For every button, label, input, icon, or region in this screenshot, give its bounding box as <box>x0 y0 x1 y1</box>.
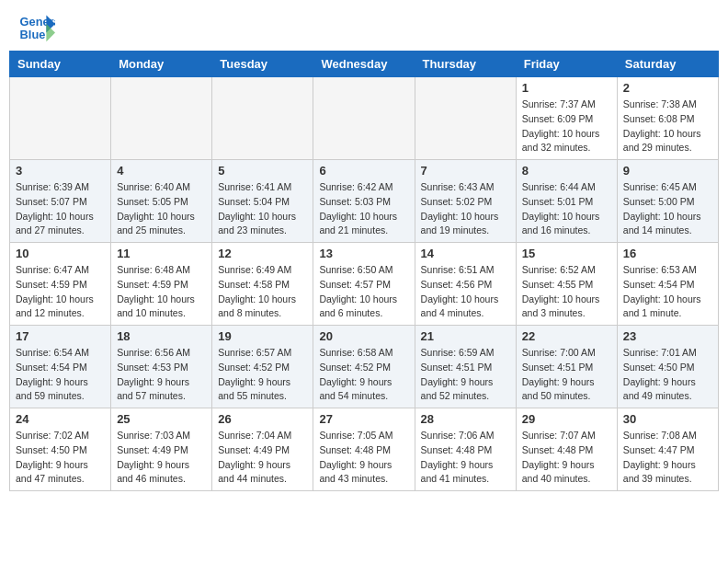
calendar-cell: 8Sunrise: 6:44 AM Sunset: 5:01 PM Daylig… <box>516 160 617 243</box>
calendar-cell: 23Sunrise: 7:01 AM Sunset: 4:50 PM Dayli… <box>617 326 718 408</box>
calendar-cell: 19Sunrise: 6:57 AM Sunset: 4:52 PM Dayli… <box>212 326 313 408</box>
weekday-header-thursday: Thursday <box>415 52 516 77</box>
day-number: 17 <box>16 329 105 343</box>
calendar-cell: 7Sunrise: 6:43 AM Sunset: 5:02 PM Daylig… <box>415 160 516 243</box>
day-info: Sunrise: 6:50 AM Sunset: 4:57 PM Dayligh… <box>319 263 408 321</box>
day-info: Sunrise: 6:47 AM Sunset: 4:59 PM Dayligh… <box>16 263 105 321</box>
calendar-table: SundayMondayTuesdayWednesdayThursdayFrid… <box>9 51 719 491</box>
weekday-header-row: SundayMondayTuesdayWednesdayThursdayFrid… <box>10 52 719 77</box>
day-info: Sunrise: 7:04 AM Sunset: 4:49 PM Dayligh… <box>218 429 307 487</box>
day-number: 14 <box>421 247 510 260</box>
logo: General Blue <box>18 9 59 46</box>
day-number: 12 <box>218 247 307 260</box>
day-info: Sunrise: 6:39 AM Sunset: 5:07 PM Dayligh… <box>16 180 105 238</box>
day-info: Sunrise: 6:52 AM Sunset: 4:55 PM Dayligh… <box>522 263 611 321</box>
calendar-cell: 1Sunrise: 7:37 AM Sunset: 6:09 PM Daylig… <box>516 77 617 160</box>
day-number: 27 <box>319 412 408 426</box>
day-info: Sunrise: 6:43 AM Sunset: 5:02 PM Dayligh… <box>421 180 510 238</box>
calendar-cell: 21Sunrise: 6:59 AM Sunset: 4:51 PM Dayli… <box>415 326 516 408</box>
day-number: 26 <box>218 412 307 426</box>
day-number: 9 <box>623 164 712 178</box>
calendar-cell: 27Sunrise: 7:05 AM Sunset: 4:48 PM Dayli… <box>313 408 415 491</box>
weekday-header-friday: Friday <box>516 52 617 77</box>
calendar-cell: 29Sunrise: 7:07 AM Sunset: 4:48 PM Dayli… <box>516 408 617 491</box>
calendar-cell: 25Sunrise: 7:03 AM Sunset: 4:49 PM Dayli… <box>111 408 212 491</box>
day-info: Sunrise: 6:42 AM Sunset: 5:03 PM Dayligh… <box>319 180 408 238</box>
day-info: Sunrise: 7:01 AM Sunset: 4:50 PM Dayligh… <box>623 346 712 404</box>
day-info: Sunrise: 7:37 AM Sunset: 6:09 PM Dayligh… <box>522 98 611 155</box>
day-info: Sunrise: 7:05 AM Sunset: 4:48 PM Dayligh… <box>319 429 408 487</box>
calendar-cell: 16Sunrise: 6:53 AM Sunset: 4:54 PM Dayli… <box>617 243 718 326</box>
day-info: Sunrise: 7:38 AM Sunset: 6:08 PM Dayligh… <box>623 98 712 155</box>
calendar-cell: 28Sunrise: 7:06 AM Sunset: 4:48 PM Dayli… <box>415 408 516 491</box>
calendar-cell: 24Sunrise: 7:02 AM Sunset: 4:50 PM Dayli… <box>10 408 111 491</box>
calendar-cell: 10Sunrise: 6:47 AM Sunset: 4:59 PM Dayli… <box>10 243 111 326</box>
day-number: 24 <box>16 412 105 426</box>
day-number: 20 <box>319 329 408 343</box>
day-number: 28 <box>421 412 510 426</box>
day-info: Sunrise: 6:53 AM Sunset: 4:54 PM Dayligh… <box>623 263 712 321</box>
weekday-header-tuesday: Tuesday <box>212 52 313 77</box>
day-info: Sunrise: 7:02 AM Sunset: 4:50 PM Dayligh… <box>16 429 105 487</box>
calendar-cell: 22Sunrise: 7:00 AM Sunset: 4:51 PM Dayli… <box>516 326 617 408</box>
calendar-cell: 14Sunrise: 6:51 AM Sunset: 4:56 PM Dayli… <box>415 243 516 326</box>
day-number: 4 <box>117 164 206 178</box>
day-number: 3 <box>16 164 105 178</box>
logo-icon: General Blue <box>18 9 55 46</box>
day-number: 25 <box>117 412 206 426</box>
day-info: Sunrise: 6:54 AM Sunset: 4:54 PM Dayligh… <box>16 346 105 404</box>
calendar-cell <box>111 77 212 160</box>
day-info: Sunrise: 6:56 AM Sunset: 4:53 PM Dayligh… <box>117 346 206 404</box>
day-info: Sunrise: 6:44 AM Sunset: 5:01 PM Dayligh… <box>522 180 611 238</box>
day-info: Sunrise: 6:48 AM Sunset: 4:59 PM Dayligh… <box>117 263 206 321</box>
day-number: 23 <box>623 329 712 343</box>
calendar-body: 1Sunrise: 7:37 AM Sunset: 6:09 PM Daylig… <box>10 77 719 491</box>
calendar-cell <box>313 77 415 160</box>
calendar-cell: 26Sunrise: 7:04 AM Sunset: 4:49 PM Dayli… <box>212 408 313 491</box>
calendar-cell: 17Sunrise: 6:54 AM Sunset: 4:54 PM Dayli… <box>10 326 111 408</box>
calendar-week-2: 3Sunrise: 6:39 AM Sunset: 5:07 PM Daylig… <box>10 160 719 243</box>
weekday-header-wednesday: Wednesday <box>313 52 415 77</box>
day-number: 19 <box>218 329 307 343</box>
day-number: 6 <box>319 164 408 178</box>
day-number: 11 <box>117 247 206 260</box>
day-info: Sunrise: 6:45 AM Sunset: 5:00 PM Dayligh… <box>623 180 712 238</box>
day-number: 16 <box>623 247 712 260</box>
calendar-cell: 5Sunrise: 6:41 AM Sunset: 5:04 PM Daylig… <box>212 160 313 243</box>
day-info: Sunrise: 6:59 AM Sunset: 4:51 PM Dayligh… <box>421 346 510 404</box>
day-number: 29 <box>522 412 611 426</box>
weekday-header-saturday: Saturday <box>617 52 718 77</box>
calendar-cell: 15Sunrise: 6:52 AM Sunset: 4:55 PM Dayli… <box>516 243 617 326</box>
calendar-cell: 3Sunrise: 6:39 AM Sunset: 5:07 PM Daylig… <box>10 160 111 243</box>
day-info: Sunrise: 7:00 AM Sunset: 4:51 PM Dayligh… <box>522 346 611 404</box>
day-info: Sunrise: 7:08 AM Sunset: 4:47 PM Dayligh… <box>623 429 712 487</box>
calendar-cell: 12Sunrise: 6:49 AM Sunset: 4:58 PM Dayli… <box>212 243 313 326</box>
calendar-cell: 2Sunrise: 7:38 AM Sunset: 6:08 PM Daylig… <box>617 77 718 160</box>
day-number: 22 <box>522 329 611 343</box>
day-info: Sunrise: 6:49 AM Sunset: 4:58 PM Dayligh… <box>218 263 307 321</box>
day-number: 1 <box>522 81 611 95</box>
calendar-cell <box>212 77 313 160</box>
day-info: Sunrise: 6:58 AM Sunset: 4:52 PM Dayligh… <box>319 346 408 404</box>
calendar-cell: 4Sunrise: 6:40 AM Sunset: 5:05 PM Daylig… <box>111 160 212 243</box>
calendar-week-5: 24Sunrise: 7:02 AM Sunset: 4:50 PM Dayli… <box>10 408 719 491</box>
day-info: Sunrise: 6:41 AM Sunset: 5:04 PM Dayligh… <box>218 180 307 238</box>
day-number: 10 <box>16 247 105 260</box>
day-number: 2 <box>623 81 712 95</box>
calendar-week-4: 17Sunrise: 6:54 AM Sunset: 4:54 PM Dayli… <box>10 326 719 408</box>
calendar-cell <box>415 77 516 160</box>
calendar-cell: 13Sunrise: 6:50 AM Sunset: 4:57 PM Dayli… <box>313 243 415 326</box>
day-number: 30 <box>623 412 712 426</box>
day-number: 5 <box>218 164 307 178</box>
day-info: Sunrise: 7:06 AM Sunset: 4:48 PM Dayligh… <box>421 429 510 487</box>
calendar-week-1: 1Sunrise: 7:37 AM Sunset: 6:09 PM Daylig… <box>10 77 719 160</box>
day-number: 7 <box>421 164 510 178</box>
day-info: Sunrise: 7:03 AM Sunset: 4:49 PM Dayligh… <box>117 429 206 487</box>
day-number: 15 <box>522 247 611 260</box>
day-number: 18 <box>117 329 206 343</box>
day-info: Sunrise: 6:40 AM Sunset: 5:05 PM Dayligh… <box>117 180 206 238</box>
calendar-cell <box>10 77 111 160</box>
day-number: 21 <box>421 329 510 343</box>
calendar-cell: 9Sunrise: 6:45 AM Sunset: 5:00 PM Daylig… <box>617 160 718 243</box>
day-number: 8 <box>522 164 611 178</box>
